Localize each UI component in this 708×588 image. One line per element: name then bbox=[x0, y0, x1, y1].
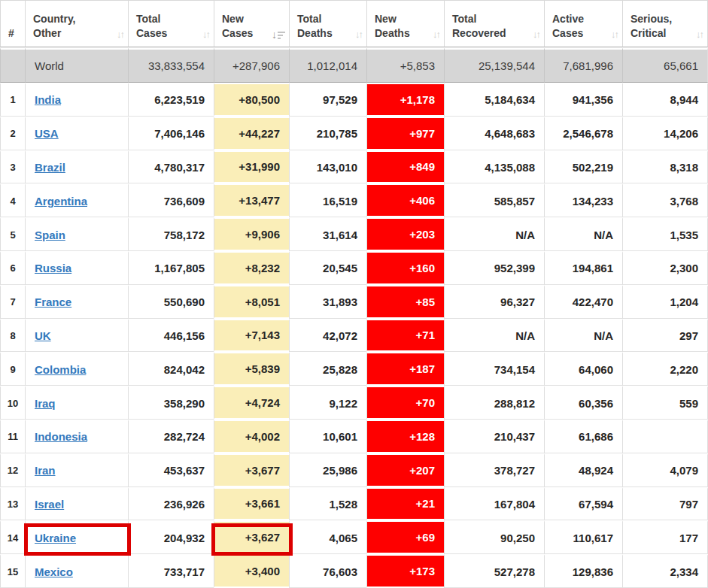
column-header-new-deaths[interactable]: NewDeaths↓↑ bbox=[366, 0, 444, 47]
column-header-label: # bbox=[8, 26, 20, 41]
country-link[interactable]: Brazil bbox=[35, 161, 65, 174]
country-link[interactable]: India bbox=[35, 93, 61, 106]
cell-active-cases: 129,836 bbox=[544, 554, 622, 588]
cell-rank: 3 bbox=[0, 150, 25, 184]
cell-new-cases: +3,661 bbox=[214, 487, 289, 521]
cell-new-deaths: +69 bbox=[366, 520, 444, 554]
cell-new-cases: +31,990 bbox=[214, 150, 289, 184]
column-header-total-recovered[interactable]: TotalRecovered↓↑ bbox=[444, 0, 544, 47]
cell-active-cases: 422,470 bbox=[544, 285, 622, 319]
cell-country: India bbox=[25, 83, 128, 117]
cell-total-deaths: 76,603 bbox=[289, 554, 366, 588]
column-header-label: Country, bbox=[33, 12, 123, 26]
cell-active-cases: 67,594 bbox=[544, 487, 622, 521]
cell-total-deaths: 25,828 bbox=[289, 352, 366, 386]
cell-total-cases: 6,223,519 bbox=[128, 83, 214, 117]
cell-new-cases: +8,232 bbox=[214, 251, 289, 285]
country-link[interactable]: Iraq bbox=[35, 397, 56, 410]
cell-new-cases: +5,839 bbox=[214, 352, 289, 386]
cell-new-deaths: +70 bbox=[366, 386, 444, 420]
column-header-total-cases[interactable]: TotalCases↓↑ bbox=[128, 0, 214, 47]
cell-new-deaths: +977 bbox=[366, 117, 444, 150]
cell-total-cases: 733,717 bbox=[128, 554, 214, 588]
cell-rank: 1 bbox=[0, 83, 25, 117]
country-link[interactable]: Spain bbox=[35, 229, 65, 241]
cell-new-cases: +8,051 bbox=[214, 285, 289, 319]
cell-country: Ukraine bbox=[25, 520, 128, 554]
column-header-country[interactable]: Country,Other↓↑ bbox=[25, 0, 128, 47]
cell-total-deaths: 9,122 bbox=[289, 386, 366, 420]
country-link[interactable]: Israel bbox=[35, 498, 64, 511]
cell-rank: 15 bbox=[0, 554, 25, 588]
table-row: 8UK446,156+7,14342,072+71N/AN/A297 bbox=[0, 319, 708, 353]
table-row: 1India6,223,519+80,50097,529+1,1785,184,… bbox=[0, 83, 708, 117]
cell-new-cases: +4,724 bbox=[214, 386, 289, 420]
cell-total-recovered: 90,250 bbox=[444, 520, 544, 554]
country-link[interactable]: Colombia bbox=[35, 363, 86, 376]
cell-rank: 2 bbox=[0, 117, 25, 150]
cell-country: Israel bbox=[25, 487, 128, 521]
country-link[interactable]: Ukraine bbox=[35, 532, 76, 544]
cell-country: Colombia bbox=[25, 352, 128, 386]
table-row: 2USA7,406,146+44,227210,785+9774,648,683… bbox=[0, 117, 708, 150]
cell-active-cases: N/A bbox=[544, 319, 622, 353]
cell-total-recovered: 167,804 bbox=[444, 487, 544, 521]
country-link[interactable]: UK bbox=[35, 329, 51, 342]
cell-total-cases: 550,690 bbox=[128, 285, 214, 319]
cell-active-cases: 64,060 bbox=[544, 352, 622, 386]
table-row: 15Mexico733,717+3,40076,603+173527,27812… bbox=[0, 554, 708, 588]
cell-rank: 4 bbox=[0, 183, 25, 217]
cell-country: World bbox=[25, 47, 128, 83]
cell-new-cases: +3,677 bbox=[214, 453, 289, 487]
cell-total-deaths: 1,528 bbox=[289, 487, 366, 521]
cell-total-cases: 204,932 bbox=[128, 520, 214, 554]
country-link[interactable]: Iran bbox=[35, 464, 56, 477]
country-link[interactable]: France bbox=[35, 296, 71, 308]
column-header-total-deaths[interactable]: TotalDeaths↓↑ bbox=[289, 0, 366, 47]
world-summary-row: World33,833,554+287,9061,012,014+5,85325… bbox=[0, 47, 708, 83]
cell-new-cases: +7,143 bbox=[214, 319, 289, 353]
country-link[interactable]: Mexico bbox=[35, 565, 73, 578]
cell-total-recovered: 585,857 bbox=[444, 183, 544, 217]
cell-country: Mexico bbox=[25, 554, 128, 588]
country-link[interactable]: USA bbox=[35, 127, 59, 140]
table-row: 7France550,690+8,05131,893+8596,327422,4… bbox=[0, 285, 708, 319]
cell-rank: 14 bbox=[0, 520, 25, 554]
cell-country: Indonesia bbox=[25, 420, 128, 453]
column-header-active-cases[interactable]: ActiveCases↓↑ bbox=[544, 0, 622, 47]
cell-rank: 12 bbox=[0, 453, 25, 487]
cell-total-cases: 758,172 bbox=[128, 217, 214, 251]
cell-total-recovered: 5,184,634 bbox=[444, 83, 544, 117]
cell-total-cases: 736,609 bbox=[128, 183, 214, 217]
cell-new-deaths: +160 bbox=[366, 251, 444, 285]
cell-new-cases: +3,627 bbox=[214, 520, 289, 554]
table-row: 4Argentina736,609+13,47716,519+406585,85… bbox=[0, 183, 708, 217]
cell-total-recovered: 288,812 bbox=[444, 386, 544, 420]
cell-total-deaths: 143,010 bbox=[289, 150, 366, 184]
column-header-new-cases[interactable]: NewCases↓ bbox=[214, 0, 289, 47]
column-header-label: Recovered bbox=[452, 26, 539, 41]
cell-total-deaths: 1,012,014 bbox=[289, 47, 366, 83]
country-link[interactable]: Argentina bbox=[35, 195, 87, 208]
cell-total-cases: 7,406,146 bbox=[128, 117, 214, 150]
cell-serious-critical: 2,334 bbox=[622, 554, 708, 588]
cell-total-deaths: 97,529 bbox=[289, 83, 366, 117]
column-header-serious-critical[interactable]: Serious,Critical↓↑ bbox=[622, 0, 708, 47]
table-row: 6Russia1,167,805+8,23220,545+160952,3991… bbox=[0, 251, 708, 285]
cell-serious-critical: 1,535 bbox=[622, 217, 708, 251]
cell-new-deaths: +187 bbox=[366, 352, 444, 386]
sort-both-icon: ↓↑ bbox=[611, 29, 618, 39]
cell-total-cases: 4,780,317 bbox=[128, 150, 214, 184]
cell-active-cases: N/A bbox=[544, 217, 622, 251]
cell-active-cases: 61,686 bbox=[544, 420, 622, 453]
cell-total-recovered: 210,437 bbox=[444, 420, 544, 453]
cell-new-cases: +13,477 bbox=[214, 183, 289, 217]
cell-new-deaths: +406 bbox=[366, 183, 444, 217]
country-link[interactable]: Indonesia bbox=[35, 430, 87, 443]
country-link[interactable]: Russia bbox=[35, 262, 71, 274]
cell-serious-critical: 8,318 bbox=[622, 150, 708, 184]
cell-active-cases: 194,861 bbox=[544, 251, 622, 285]
cell-serious-critical: 177 bbox=[622, 520, 708, 554]
cell-rank bbox=[0, 47, 25, 83]
cell-total-cases: 282,724 bbox=[128, 420, 214, 453]
